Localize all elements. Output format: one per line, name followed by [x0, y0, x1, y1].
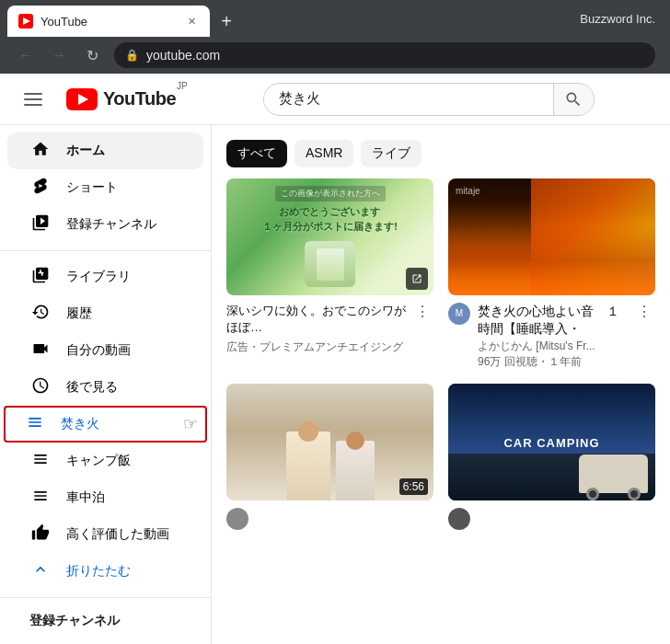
- camp-meshi-icon: [29, 450, 52, 472]
- youtube-body: ホーム ショート 登録チャンネル: [0, 125, 670, 644]
- youtube-play-logo: [66, 88, 98, 110]
- my-videos-icon: [29, 339, 52, 362]
- sidebar-section-title: 登録チャンネル: [7, 605, 203, 633]
- tab-close-button[interactable]: ✕: [184, 14, 199, 29]
- channel-avatar-people: [226, 508, 248, 530]
- svg-rect-1: [24, 98, 42, 100]
- sharchu-icon: [29, 487, 52, 509]
- youtube-logo-text: YouTube: [103, 88, 176, 109]
- video-more-button-fire[interactable]: ⋮: [637, 303, 655, 321]
- wheel-left: [586, 488, 599, 500]
- ad-overlay: この画像が表示された方へ おめでとうございます１ヶ月分がポストに届きます!: [226, 178, 433, 295]
- video-details-ad: 深いシワに効く。おでこのシワがほぼ【新登場】たった１つでシミ予防、シワ改善ができ…: [226, 303, 408, 355]
- person-1: [286, 431, 330, 500]
- channel-avatar-car: [448, 508, 470, 530]
- sidebar-item-my-videos[interactable]: 自分の動画: [7, 332, 203, 369]
- sidebar-label-history: 履歴: [66, 305, 92, 322]
- sidebar-label-watch-later: 後で見る: [66, 379, 118, 396]
- sidebar-item-history[interactable]: 履歴: [7, 295, 203, 332]
- filter-chip-all[interactable]: すべて: [226, 140, 287, 167]
- sidebar-item-sharchu[interactable]: 車中泊: [7, 479, 203, 516]
- tab-favicon: [18, 14, 33, 29]
- search-box[interactable]: [263, 83, 595, 116]
- sidebar-item-subscriptions[interactable]: 登録チャンネル: [7, 206, 203, 243]
- back-button[interactable]: ←: [15, 44, 37, 66]
- sidebar-label-liked: 高く評価した動画: [66, 526, 169, 543]
- video-thumb-car: CAR CAMPING: [448, 384, 655, 500]
- person-1-head: [298, 421, 318, 442]
- sidebar-item-collapse[interactable]: 折りたたむ: [7, 553, 203, 590]
- liked-icon: [29, 523, 52, 546]
- wheel-right: [628, 488, 641, 500]
- ad-headline: おめでとうございます１ヶ月分がポストに届きます!: [255, 205, 405, 234]
- youtube-main: すべて ASMR ライブ この画像が表示された方へ おめでとうございます１ヶ月分…: [212, 125, 670, 644]
- svg-rect-2: [24, 104, 42, 106]
- video-details-people: [256, 508, 433, 530]
- video-details-fire: 焚き火の心地よい音 １時間【睡眠導入・ よかじかん [Mitsu's Fr...…: [478, 303, 630, 370]
- person-2-head: [346, 431, 364, 450]
- refresh-button[interactable]: ↻: [81, 44, 103, 66]
- video-info-fire: M 焚き火の心地よい音 １時間【睡眠導入・ よかじかん [Mitsu's Fr.…: [448, 295, 655, 370]
- video-info-people: [226, 500, 433, 530]
- video-card-fire[interactable]: mitaje M 焚き火の心地よい音 １時間【睡眠導入・ よかじかん [Mits…: [448, 178, 655, 369]
- video-info-car: [448, 500, 655, 530]
- home-icon: [29, 140, 52, 162]
- sidebar-divider-1: [0, 250, 211, 251]
- library-icon: [29, 266, 52, 288]
- search-input[interactable]: [264, 91, 553, 107]
- sidebar-item-camp-meshi[interactable]: キャンプ飯: [7, 443, 203, 479]
- sidebar-divider-2: [0, 597, 211, 598]
- video-more-button-ad[interactable]: ⋮: [415, 303, 433, 321]
- person-2: [336, 441, 375, 500]
- sidebar-item-shorts[interactable]: ショート: [7, 169, 203, 206]
- sidebar-label-library: ライブラリ: [66, 269, 131, 285]
- video-thumb-people: 6:56: [226, 384, 433, 500]
- menu-button[interactable]: [15, 81, 52, 118]
- new-tab-button[interactable]: +: [214, 8, 239, 34]
- collapse-icon: [29, 560, 52, 582]
- svg-rect-0: [24, 93, 42, 95]
- video-title-ad: 深いシワに効く。おでこのシワがほぼ【新登場】たった１つでシミ予防、シワ改善ができ…: [226, 303, 408, 336]
- sidebar-label-sharchu: 車中泊: [66, 489, 105, 506]
- youtube-header: YouTube JP: [0, 74, 670, 125]
- address-input-wrap[interactable]: 🔒 youtube.com: [114, 42, 655, 68]
- filter-chip-live[interactable]: ライブ: [361, 140, 422, 167]
- sidebar-label-shorts: ショート: [66, 179, 118, 196]
- sidebar-label-my-videos: 自分の動画: [66, 342, 131, 359]
- cursor-hand-icon: ☞: [183, 414, 198, 434]
- lock-icon: 🔒: [125, 49, 139, 62]
- sidebar-item-home[interactable]: ホーム: [7, 132, 203, 169]
- channel-avatar-fire: M: [448, 303, 470, 325]
- sidebar-item-liked[interactable]: 高く評価した動画: [7, 516, 203, 553]
- external-link-icon: [406, 268, 428, 290]
- browser-header-right: Buzzword Inc.: [565, 0, 670, 37]
- sidebar-item-takibi[interactable]: 焚き火 ☞: [4, 406, 207, 443]
- ad-text-top: この画像が表示された方へ: [275, 186, 386, 201]
- vehicle-silhouette: [579, 454, 648, 493]
- video-card-people[interactable]: 6:56: [226, 384, 433, 530]
- sidebar-label-subscriptions: 登録チャンネル: [66, 216, 156, 233]
- subscriptions-icon: [29, 213, 52, 236]
- video-duration-people: 6:56: [399, 478, 428, 495]
- sidebar-item-watch-later[interactable]: 後で見る: [7, 369, 203, 406]
- search-button[interactable]: [553, 83, 594, 116]
- fire-channel-initial: mitaje: [456, 186, 480, 196]
- video-card-car[interactable]: CAR CAMPING: [448, 384, 655, 530]
- filter-bar: すべて ASMR ライブ: [212, 140, 670, 178]
- search-wrap: [202, 83, 655, 116]
- forward-button[interactable]: →: [48, 44, 70, 66]
- video-info-ad: 深いシワに効く。おでこのシワがほぼ【新登場】たった１つでシミ予防、シワ改善ができ…: [226, 295, 433, 355]
- active-tab[interactable]: YouTube ✕: [7, 6, 210, 37]
- fire-glow: [448, 225, 655, 295]
- youtube-sidebar: ホーム ショート 登録チャンネル: [0, 125, 212, 644]
- youtube-logo[interactable]: YouTube JP: [66, 88, 188, 110]
- video-title-fire: 焚き火の心地よい音 １時間【睡眠導入・: [478, 303, 630, 339]
- sidebar-label-collapse: 折りたたむ: [66, 563, 131, 580]
- vehicle-body: [579, 454, 648, 493]
- video-details-car: [478, 508, 655, 530]
- filter-chip-asmr[interactable]: ASMR: [295, 140, 353, 167]
- sidebar-label-takibi: 焚き火: [61, 416, 99, 432]
- address-text: youtube.com: [146, 48, 220, 63]
- sidebar-item-library[interactable]: ライブラリ: [7, 259, 203, 295]
- video-card-ad[interactable]: この画像が表示された方へ おめでとうございます１ヶ月分がポストに届きます!: [226, 178, 433, 369]
